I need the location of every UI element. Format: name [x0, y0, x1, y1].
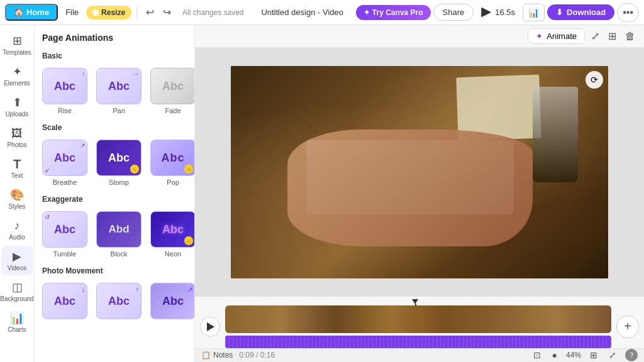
more-options-button[interactable]: ••• — [617, 3, 639, 22]
animation-photo3[interactable]: ↗ Abc — [148, 280, 195, 324]
animation-photo1[interactable]: ↓ Abc — [40, 280, 90, 324]
tumble-card: ↺ Abc — [42, 211, 87, 248]
canvas-toolbar: ✦ Animate ⤢ ⊞ 🗑 — [195, 25, 644, 48]
exaggerate-animations-grid: ↺ Abc Tumble Abd Block Abc 👑 Neon — [40, 209, 189, 260]
pop-card: Abc 👑 — [150, 140, 195, 176]
add-clip-button[interactable]: + — [616, 315, 639, 338]
fade-abc: Abc — [162, 80, 184, 93]
play-button[interactable] — [200, 317, 220, 337]
videos-icon: ▶ — [10, 250, 24, 263]
photos-icon: 🖼 — [10, 126, 24, 140]
photo3-abc: Abc — [162, 295, 184, 308]
section-basic: Basic — [42, 52, 189, 60]
animation-rise[interactable]: ↑ Abc Rise — [40, 65, 90, 117]
animation-photo2[interactable]: ↑ Abc — [94, 280, 144, 324]
photo3-card: ↗ Abc — [150, 283, 195, 319]
refresh-button[interactable]: ⟳ — [586, 71, 603, 89]
analytics-button[interactable]: 📊 — [523, 4, 545, 21]
pop-crown: 👑 — [184, 165, 193, 173]
delete-button[interactable]: 🗑 — [623, 28, 638, 45]
background-icon: ◫ — [10, 280, 24, 294]
animation-pop[interactable]: Abc 👑 Pop — [148, 137, 195, 189]
animation-block[interactable]: Abd Block — [94, 209, 144, 260]
star-icon: ✦ — [364, 8, 370, 17]
uploads-icon: ⬆ — [10, 96, 24, 109]
fullscreen-button[interactable]: ⊡ — [531, 349, 543, 361]
scale-animations-grid: ↗ Abc ↙ Breathe Abc 👑 Stomp Abc 👑 Pop — [40, 137, 189, 189]
neon-label: Neon — [165, 250, 181, 258]
playhead-area — [245, 299, 606, 305]
breathe-card: ↗ Abc ↙ — [42, 140, 87, 176]
rise-card: ↑ Abc — [42, 68, 87, 104]
styles-icon: 🎨 — [10, 188, 24, 202]
elements-icon: ✦ — [10, 65, 24, 79]
home-button[interactable]: 🏠 Home — [5, 4, 58, 21]
timeline-bottom: 📋 Notes 0:09 / 0:16 ⊡ ● 44% ⊞ ⤢ ? — [195, 348, 644, 362]
animation-tumble[interactable]: ↺ Abc Tumble — [40, 209, 90, 260]
sidebar-item-label: Photos — [7, 141, 26, 148]
notes-button[interactable]: 📋 Notes — [201, 351, 233, 359]
animation-pan[interactable]: → Abc Pan — [94, 65, 144, 117]
photo-movement-grid: ↓ Abc ↑ Abc ↗ Abc — [40, 280, 189, 324]
audio-track[interactable] — [225, 336, 611, 348]
animation-stomp[interactable]: Abc 👑 Stomp — [94, 137, 144, 189]
charts-icon: 📊 — [10, 311, 24, 325]
sidebar-item-background[interactable]: ◫ Background — [1, 277, 33, 306]
sidebar-item-text[interactable]: T Text — [1, 153, 33, 183]
rise-arrow-icon: ↑ — [82, 70, 85, 77]
panel-title: Page Animations — [40, 33, 189, 43]
animation-fade[interactable]: Abc Fade — [148, 65, 195, 117]
stomp-card: Abc 👑 — [96, 140, 142, 176]
timeline-settings-button[interactable]: ● — [550, 349, 560, 361]
pan-arrow-icon: → — [133, 70, 139, 77]
page-count-button[interactable]: ⊞ — [587, 349, 600, 361]
video-canvas: ⟳ — [231, 66, 608, 278]
block-card: Abd — [96, 211, 142, 248]
animation-breathe[interactable]: ↗ Abc ↙ Breathe — [40, 137, 90, 189]
share-button[interactable]: Share — [433, 4, 474, 21]
redo-button[interactable]: ↪ — [159, 4, 175, 21]
sidebar-item-photos[interactable]: 🖼 Photos — [1, 123, 33, 152]
file-button[interactable]: File — [60, 5, 84, 19]
preview-play-button[interactable]: 16.5s — [476, 5, 520, 20]
expand-canvas-button[interactable]: ⤢ — [589, 28, 602, 45]
rise-label: Rise — [58, 107, 72, 114]
basic-animations-grid: ↑ Abc Rise → Abc Pan Abc Fade — [40, 65, 189, 117]
download-icon: ⬇ — [556, 8, 563, 17]
grid-view-button[interactable]: ⊞ — [606, 28, 619, 45]
notes-icon: 📋 — [201, 351, 211, 359]
section-exaggerate: Exaggerate — [42, 195, 189, 204]
zoom-level: 44% — [566, 351, 581, 359]
try-canva-pro-button[interactable]: ✦ Try Canva Pro — [356, 5, 431, 20]
animate-button[interactable]: ✦ Animate — [528, 28, 585, 44]
breathe-abc: Abc — [54, 151, 75, 165]
sidebar-item-uploads[interactable]: ⬆ Uploads — [1, 92, 33, 121]
neon-abc: Abc — [162, 223, 184, 236]
breathe-label: Breathe — [53, 178, 77, 186]
undo-button[interactable]: ↩ — [142, 4, 158, 21]
animation-neon[interactable]: Abc 👑 Neon — [148, 209, 195, 260]
download-button[interactable]: ⬇ Download — [547, 4, 614, 20]
sidebar-item-audio[interactable]: ♪ Audio — [1, 215, 33, 244]
duration-label: 16.5s — [495, 8, 515, 17]
video-track[interactable] — [225, 305, 611, 333]
block-label: Block — [111, 250, 128, 258]
divider — [136, 6, 137, 19]
help-button[interactable]: ? — [625, 349, 638, 361]
section-photo-movement: Photo Movement — [42, 266, 189, 275]
expand-timeline-button[interactable]: ⤢ — [606, 349, 619, 361]
resize-button[interactable]: Resize — [86, 6, 131, 19]
sidebar-item-templates[interactable]: ⊞ Templates — [1, 30, 33, 60]
breathe-arrow-tr: ↗ — [80, 142, 85, 149]
stomp-crown: 👑 — [130, 165, 139, 173]
sidebar-item-elements[interactable]: ✦ Elements — [1, 61, 33, 90]
sidebar-item-videos[interactable]: ▶ Videos — [1, 246, 33, 275]
sidebar-item-label: Uploads — [6, 111, 29, 118]
topbar: 🏠 Home File Resize ↩ ↪ All changes saved… — [0, 0, 644, 25]
photo3-arrow: ↗ — [187, 285, 193, 294]
photo2-abc: Abc — [108, 295, 130, 308]
tumble-arrow-icon: ↺ — [45, 214, 50, 221]
sidebar-item-charts[interactable]: 📊 Charts — [1, 307, 33, 337]
sidebar-item-styles[interactable]: 🎨 Styles — [1, 184, 33, 214]
stomp-label: Stomp — [109, 178, 129, 186]
